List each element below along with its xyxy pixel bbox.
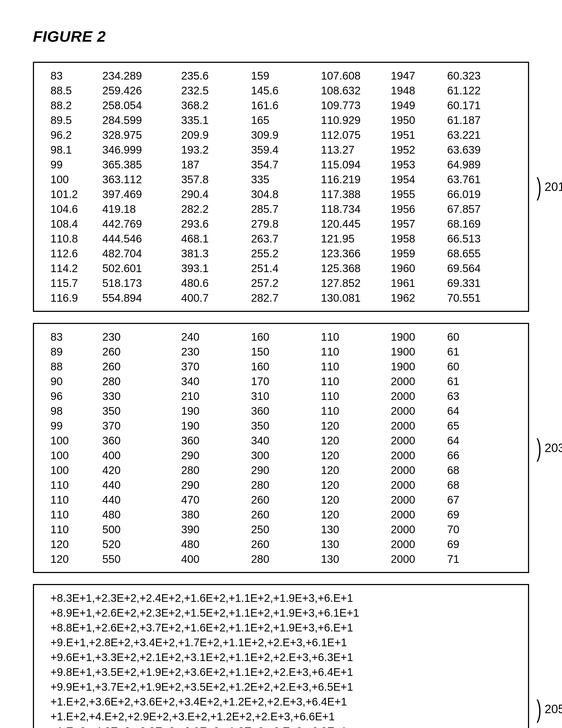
data-cell: 116.219 <box>321 172 391 187</box>
data-cell: 400 <box>181 552 251 566</box>
data-cell: 260 <box>251 507 321 522</box>
data-cell: 1958 <box>391 231 447 246</box>
data-cell: 130 <box>321 537 391 552</box>
table-row: 83230240160110190060 <box>50 329 517 344</box>
data-cell: 210 <box>181 389 251 403</box>
data-cell: 502.601 <box>102 261 181 276</box>
data-cell: 110 <box>50 478 102 492</box>
data-cell: 121.95 <box>321 231 391 246</box>
table-row: 100360360340120200064 <box>50 433 517 448</box>
data-cell: 83 <box>50 68 102 83</box>
data-cell: 71 <box>447 552 517 566</box>
data-cell: 234.289 <box>102 68 181 83</box>
data-cell: 187 <box>181 157 251 172</box>
data-cell: 400.7 <box>181 290 251 305</box>
data-cell: 370 <box>102 418 181 433</box>
data-cell: 284.599 <box>102 113 181 128</box>
table-row: 99365.385187354.7115.094195364.989 <box>50 157 517 172</box>
data-cell: 340 <box>251 433 321 448</box>
data-cell: 442.769 <box>102 216 181 231</box>
data-cell: 468.1 <box>181 231 251 246</box>
table-row: 114.2502.601393.1251.4125.368196069.564 <box>50 261 517 276</box>
data-cell: 110 <box>50 522 102 537</box>
table-row: 110500390250130200070 <box>50 522 517 537</box>
table-row: 112.6482.704381.3255.2123.366195968.655 <box>50 246 517 261</box>
data-cell: 113.27 <box>321 142 391 157</box>
table-row: 89260230150110190061 <box>50 344 517 359</box>
data-cell: 108.632 <box>321 83 391 98</box>
table-row: 120520480260130200069 <box>50 537 517 552</box>
figure-page: FIGURE 2 83234.289235.6159107.608194760.… <box>0 0 562 728</box>
data-cell: 1960 <box>391 261 447 276</box>
data-cell: 440 <box>102 478 181 492</box>
data-cell: 300 <box>251 448 321 463</box>
data-cell: 2000 <box>391 463 447 478</box>
data-cell: 340 <box>181 374 251 389</box>
data-cell: 110 <box>321 403 391 418</box>
data-cell: 290 <box>181 448 251 463</box>
table-row: 88.2258.054368.2161.6109.773194960.171 <box>50 98 517 113</box>
data-cell: 380 <box>181 507 251 522</box>
table-row: 98.1346.999193.2359.4113.27195263.639 <box>50 142 517 157</box>
data-cell: 64 <box>447 433 517 448</box>
data-cell: 1962 <box>391 290 447 305</box>
callout-205: ) 205 <box>535 697 562 721</box>
data-cell: 61 <box>447 374 517 389</box>
data-cell: 100 <box>50 448 102 463</box>
data-cell: 282.2 <box>181 202 251 216</box>
data-cell: 61 <box>447 344 517 359</box>
data-cell: 60.323 <box>447 68 517 83</box>
data-table-201: 83234.289235.6159107.608194760.32388.525… <box>50 68 517 305</box>
data-cell: 390 <box>181 522 251 537</box>
data-cell: 63.639 <box>447 142 517 157</box>
data-cell: 2000 <box>391 537 447 552</box>
data-cell: 279.8 <box>251 216 321 231</box>
table-row: 90280340170110200061 <box>50 374 517 389</box>
data-cell: 67.857 <box>447 202 517 216</box>
data-cell: 250 <box>251 522 321 537</box>
data-cell: 2000 <box>391 478 447 492</box>
data-cell: 393.1 <box>181 261 251 276</box>
data-cell: 110.8 <box>50 231 102 246</box>
data-cell: 259.426 <box>102 83 181 98</box>
data-cell: 65 <box>447 418 517 433</box>
data-cell: 64 <box>447 403 517 418</box>
table-row: 96330210310110200063 <box>50 389 517 403</box>
callout-203: ) 203 <box>535 436 562 460</box>
data-cell: 120 <box>321 463 391 478</box>
data-text-205: +8.3E+1,+2.3E+2,+2.4E+2,+1.6E+2,+1.1E+2,… <box>50 591 517 728</box>
data-cell: 350 <box>102 403 181 418</box>
data-cell: 112.075 <box>321 128 391 142</box>
figure-title: FIGURE 2 <box>33 27 529 45</box>
data-cell: 160 <box>251 359 321 374</box>
data-cell: 335.1 <box>181 113 251 128</box>
data-cell: 127.852 <box>321 276 391 290</box>
table-row: 116.9554.894400.7282.7130.081196270.551 <box>50 290 517 305</box>
brace-icon: ) <box>536 174 541 199</box>
data-cell: 101.2 <box>50 187 102 202</box>
data-cell: 110 <box>321 344 391 359</box>
data-cell: 1961 <box>391 276 447 290</box>
data-cell: 98 <box>50 403 102 418</box>
data-cell: 120 <box>321 433 391 448</box>
data-cell: 263.7 <box>251 231 321 246</box>
data-cell: 280 <box>251 478 321 492</box>
data-cell: 110 <box>50 492 102 507</box>
data-cell: 161.6 <box>251 98 321 113</box>
data-cell: 500 <box>102 522 181 537</box>
data-cell: 66.513 <box>447 231 517 246</box>
data-cell: 112.6 <box>50 246 102 261</box>
data-cell: 160 <box>251 329 321 344</box>
data-cell: 60 <box>447 329 517 344</box>
data-cell: 280 <box>181 463 251 478</box>
data-cell: 2000 <box>391 374 447 389</box>
data-cell: 335 <box>251 172 321 187</box>
data-cell: 1951 <box>391 128 447 142</box>
callout-label: 201 <box>545 180 562 194</box>
panel-203-wrapper: 8323024016011019006089260230150110190061… <box>33 323 529 573</box>
data-cell: 1953 <box>391 157 447 172</box>
table-row: 110480380260120200069 <box>50 507 517 522</box>
table-row: 88.5259.426232.5145.6108.632194861.122 <box>50 83 517 98</box>
data-cell: 346.999 <box>102 142 181 157</box>
data-cell: 120 <box>321 492 391 507</box>
